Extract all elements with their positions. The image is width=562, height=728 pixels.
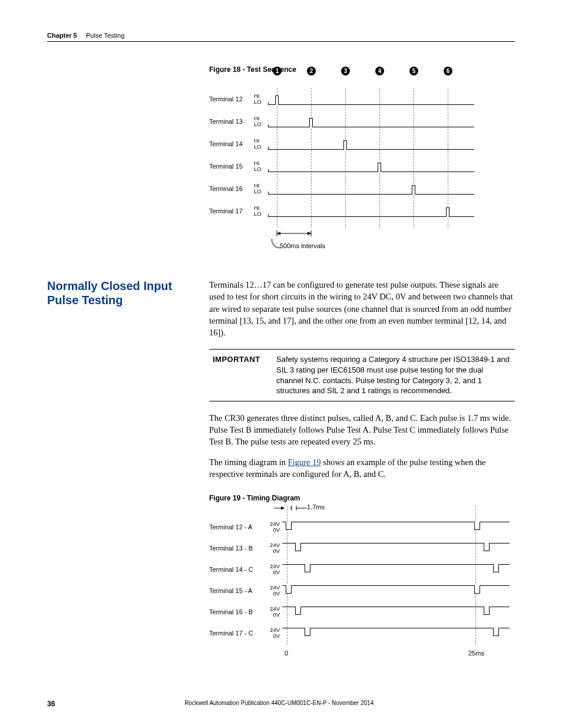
svg-marker-1 <box>277 232 280 235</box>
para-2: The CR30 generates three distinct pulses… <box>209 412 515 448</box>
figure-19-chart: 1.7ms Terminal 12 - A 24V0V Terminal 13 … <box>209 506 510 655</box>
section-normally-closed: Normally Closed Input Pulse Testing Term… <box>47 279 515 488</box>
figure-18: Figure 18 - Test Sequence 1 2 3 4 5 6 Te… <box>209 65 515 247</box>
fig19-row-t17: Terminal 17 - C 24V0V <box>209 622 510 644</box>
fig18-row-t13: Terminal 13 HILO <box>209 110 474 133</box>
fig19-row-t14: Terminal 14 - C 24V0V <box>209 559 510 580</box>
para-1: Terminals 12…17 can be configured to gen… <box>209 279 515 338</box>
x-tick-0: 0 <box>285 650 288 657</box>
fig18-row-t16: Terminal 16 HILO <box>209 177 474 200</box>
fig19-row-t15: Terminal 15 - A 24V0V <box>209 580 510 601</box>
marker-1: 1 <box>273 67 282 75</box>
figure-18-chart: 1 2 3 4 5 6 Terminal 12 HILO Terminal 13… <box>209 77 474 247</box>
important-callout: IMPORTANT Safety systems requiring a Cat… <box>209 349 515 401</box>
fig19-row-t13: Terminal 13 - B 24V0V <box>209 538 510 559</box>
marker-5: 5 <box>409 67 418 75</box>
chapter-label: Chapter 5 <box>47 32 77 39</box>
interval-arrow <box>268 229 474 238</box>
marker-2: 2 <box>307 67 316 75</box>
svg-marker-2 <box>308 232 311 235</box>
fig18-row-t14: Terminal 14 HILO <box>209 133 474 155</box>
figure-18-markers: 1 2 3 4 5 6 <box>268 67 474 77</box>
arrow-left-icon <box>273 505 286 513</box>
chapter-title: Pulse Testing <box>86 32 124 39</box>
para-3: The timing diagram in Figure 19 shows an… <box>209 456 515 480</box>
page-footer: 36 Rockwell Automation Publication 440C-… <box>47 700 515 708</box>
pulse-width-label: 1.7ms <box>307 503 325 510</box>
svg-marker-6 <box>281 506 285 510</box>
running-header: Chapter 5 Pulse Testing <box>47 32 515 39</box>
fig19-row-t12: Terminal 12 - A 24V0V <box>209 516 510 538</box>
figure-19: Figure 19 - Timing Diagram 1.7ms Termina… <box>209 494 515 655</box>
fig19-row-t16: Terminal 16 - B 24V0V <box>209 601 510 622</box>
arrow-pulsewidth-icon <box>290 505 308 513</box>
interval-label: 500ms intervals <box>280 242 325 249</box>
marker-3: 3 <box>341 67 350 75</box>
publication-id: Rockwell Automation Publication 440C-UM0… <box>184 700 373 708</box>
fig18-row-t15: Terminal 15 HILO <box>209 155 474 177</box>
figure-19-link[interactable]: Figure 19 <box>288 457 321 467</box>
marker-6: 6 <box>444 67 452 75</box>
marker-4: 4 <box>375 67 384 75</box>
section-body: Terminals 12…17 can be configured to gen… <box>209 279 515 488</box>
x-tick-25ms: 25ms <box>468 650 484 657</box>
fig18-row-t12: Terminal 12 HILO <box>209 88 474 110</box>
page-number: 36 <box>47 700 55 708</box>
section-heading: Normally Closed Input Pulse Testing <box>47 279 191 488</box>
important-text: Safety systems requiring a Category 4 st… <box>276 354 511 396</box>
important-label: IMPORTANT <box>213 354 265 396</box>
fig18-row-t17: Terminal 17 HILO <box>209 200 474 222</box>
figure-19-caption: Figure 19 - Timing Diagram <box>209 494 515 502</box>
header-rule <box>47 41 515 42</box>
